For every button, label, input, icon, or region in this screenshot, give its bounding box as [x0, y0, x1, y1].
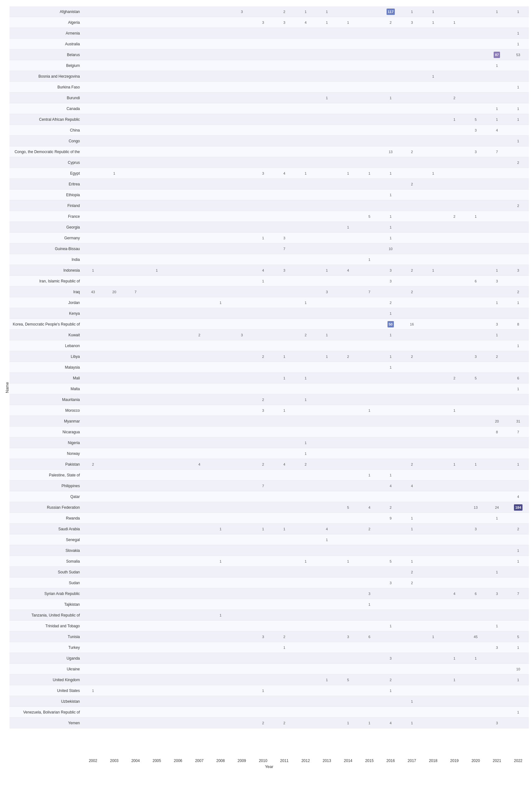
- cell-2019: 1: [444, 116, 465, 123]
- cell-2012: [295, 310, 316, 317]
- cell-value: 2: [260, 353, 266, 360]
- row-cells: 21: [82, 569, 529, 575]
- cell-2012: [295, 73, 316, 80]
- cell-2008: 1: [210, 612, 231, 618]
- cell-value: 4: [388, 720, 394, 726]
- cell-2016: [380, 84, 401, 90]
- cell-2010: 1: [252, 278, 274, 284]
- cell-2016: 1: [380, 213, 401, 220]
- table-row: South Sudan21: [9, 567, 529, 577]
- cell-2012: [295, 537, 316, 543]
- cell-2009: [231, 138, 252, 144]
- cell-2008: [210, 472, 231, 478]
- row-cells: 1: [82, 310, 529, 317]
- cell-2004: [125, 537, 146, 543]
- cell-2003: [104, 547, 125, 554]
- cell-value: 3: [260, 634, 266, 640]
- cell-2019: [444, 127, 465, 134]
- cell-2015: [359, 558, 380, 565]
- cell-2021: [486, 472, 508, 478]
- cell-2011: [274, 709, 295, 715]
- cell-value: 7: [132, 289, 139, 295]
- cell-2022: 4: [508, 494, 529, 500]
- cell-2003: 1: [104, 170, 125, 177]
- cell-2018: [423, 504, 444, 511]
- cell-2002: [82, 84, 104, 90]
- cell-2006: [167, 170, 188, 177]
- cell-2013: [316, 62, 337, 69]
- cell-2022: [508, 537, 529, 543]
- cell-2006: [167, 677, 188, 683]
- cell-2022: 2: [508, 289, 529, 295]
- cell-2015: [359, 105, 380, 112]
- cell-2002: [82, 343, 104, 349]
- cell-2014: 5: [337, 504, 359, 511]
- cell-2011: [274, 73, 295, 80]
- cell-2017: [401, 278, 422, 284]
- row-label-united-states: United States: [9, 688, 82, 693]
- cell-2006: [167, 655, 188, 662]
- cell-2005: [146, 343, 167, 349]
- cell-2020: [465, 364, 486, 371]
- cell-2002: [82, 418, 104, 425]
- cell-2016: 1: [380, 310, 401, 317]
- cell-2015: 1: [359, 170, 380, 177]
- cell-2020: [465, 181, 486, 187]
- cell-value: 2: [366, 526, 373, 532]
- cell-2013: [316, 30, 337, 37]
- cell-2009: [231, 170, 252, 177]
- cell-2003: [104, 537, 125, 543]
- table-row: Malaysia1: [9, 362, 529, 373]
- cell-2003: [104, 698, 125, 705]
- cell-2020: [465, 105, 486, 112]
- cell-2008: [210, 343, 231, 349]
- row-label-eritrea: Eritrea: [9, 182, 82, 186]
- cell-2004: [125, 138, 146, 144]
- row-cells: 111: [82, 688, 529, 694]
- cell-2018: [423, 547, 444, 554]
- cell-2017: [401, 62, 422, 69]
- cell-2003: [104, 591, 125, 597]
- cell-2010: [252, 472, 274, 478]
- cell-2002: [82, 192, 104, 198]
- row-label-congo--the-democratic-republic-of-the: Congo, the Democratic Republic of the: [9, 150, 82, 154]
- cell-2017: [401, 429, 422, 435]
- cell-2006: [167, 353, 188, 360]
- cell-2021: [486, 537, 508, 543]
- cell-2009: [231, 709, 252, 715]
- cell-value: 4: [345, 267, 351, 274]
- cell-2015: [359, 698, 380, 705]
- cell-2021: [486, 440, 508, 446]
- cell-value: 7: [366, 289, 373, 295]
- cell-value: 1: [345, 558, 351, 565]
- cell-2007: [188, 634, 210, 640]
- cell-2007: [188, 440, 210, 446]
- cell-2007: [188, 666, 210, 672]
- cell-2011: [274, 343, 295, 349]
- cell-2019: [444, 634, 465, 640]
- cell-value: 1: [302, 440, 309, 446]
- cell-2004: [125, 386, 146, 392]
- cell-value: 1: [388, 364, 394, 371]
- cell-2004: [125, 256, 146, 263]
- cell-2009: [231, 95, 252, 101]
- cell-2019: [444, 235, 465, 241]
- cell-2022: 2: [508, 202, 529, 209]
- cell-2010: [252, 149, 274, 155]
- cell-2022: [508, 450, 529, 457]
- cell-value: 1: [515, 645, 521, 651]
- cell-value: 4: [366, 504, 373, 511]
- cell-2011: 3: [274, 235, 295, 241]
- cell-2018: [423, 289, 444, 295]
- cell-2008: [210, 634, 231, 640]
- cell-2009: [231, 526, 252, 532]
- cell-2016: 9: [380, 515, 401, 521]
- cell-2016: [380, 52, 401, 58]
- cell-2016: [380, 569, 401, 575]
- cell-2019: [444, 159, 465, 166]
- cell-2013: [316, 310, 337, 317]
- x-axis-year-2013: 2013: [316, 759, 337, 763]
- cell-2009: [231, 181, 252, 187]
- cell-2007: [188, 310, 210, 317]
- cell-2021: [486, 677, 508, 683]
